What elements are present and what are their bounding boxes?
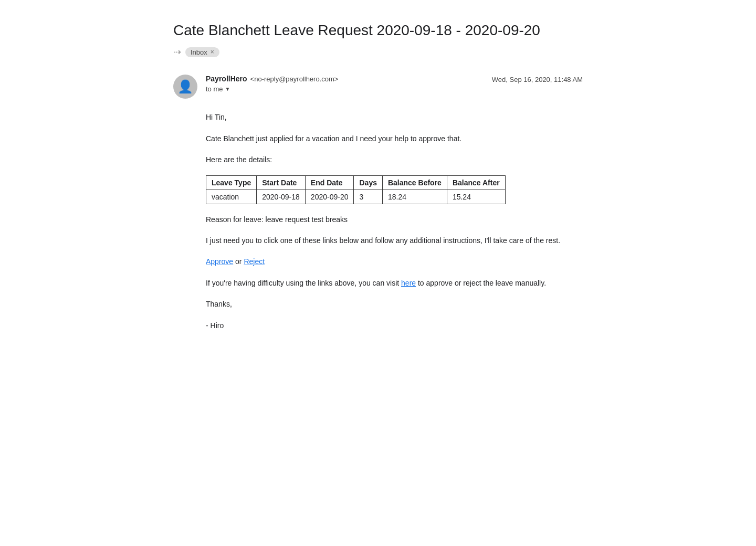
signature: - Hiro — [206, 320, 583, 331]
forward-icon: ⇢ — [173, 46, 181, 58]
col-balance-before: Balance Before — [382, 175, 447, 190]
details-label: Here are the details: — [206, 154, 583, 165]
to-label: to me — [206, 85, 223, 93]
inbox-label-text: Inbox — [191, 48, 207, 56]
col-end-date: End Date — [305, 175, 354, 190]
table-cell: 3 — [354, 190, 382, 204]
table-row: vacation2020-09-182020-09-20318.2415.24 — [206, 190, 506, 204]
table-cell: 15.24 — [447, 190, 505, 204]
here-link[interactable]: here — [401, 279, 416, 287]
email-date: Wed, Sep 16, 2020, 11:48 AM — [492, 76, 583, 83]
leave-table: Leave Type Start Date End Date Days Bala… — [206, 175, 506, 204]
reason-paragraph: Reason for leave: leave request test bre… — [206, 214, 583, 225]
avatar-icon: 👤 — [177, 79, 193, 94]
label-close-button[interactable]: × — [211, 49, 214, 55]
col-balance-after: Balance After — [447, 175, 505, 190]
col-days: Days — [354, 175, 382, 190]
sender-email: <no-reply@payrollhero.com> — [250, 75, 339, 83]
email-body: Hi Tin, Cate Blanchett just applied for … — [173, 111, 583, 331]
table-cell: 2020-09-20 — [305, 190, 354, 204]
email-labels: ⇢ Inbox × — [173, 46, 583, 58]
thanks: Thanks, — [206, 298, 583, 310]
table-cell: vacation — [206, 190, 257, 204]
sender-section: 👤 PayrollHero <no-reply@payrollhero.com>… — [173, 75, 338, 99]
table-header-row: Leave Type Start Date End Date Days Bala… — [206, 175, 506, 190]
action-links: Approve or Reject — [206, 256, 583, 267]
avatar: 👤 — [173, 75, 197, 99]
difficulty-text-after: to approve or reject the leave manually. — [416, 279, 546, 287]
table-cell: 18.24 — [382, 190, 447, 204]
email-subject: Cate Blanchett Leave Request 2020-09-18 … — [173, 21, 583, 40]
col-leave-type: Leave Type — [206, 175, 257, 190]
chevron-down-icon: ▼ — [225, 86, 230, 92]
email-container: Cate Blanchett Leave Request 2020-09-18 … — [142, 0, 614, 362]
greeting: Hi Tin, — [206, 111, 583, 123]
instructions-paragraph: I just need you to click one of these li… — [206, 235, 583, 246]
table-cell: 2020-09-18 — [257, 190, 306, 204]
to-line[interactable]: to me ▼ — [206, 85, 338, 93]
sender-name-line: PayrollHero <no-reply@payrollhero.com> — [206, 75, 338, 83]
or-text: or — [233, 257, 244, 266]
sender-name: PayrollHero — [206, 75, 247, 83]
reject-link[interactable]: Reject — [244, 257, 265, 266]
sender-info: PayrollHero <no-reply@payrollhero.com> t… — [206, 75, 338, 93]
approve-link[interactable]: Approve — [206, 257, 233, 266]
difficulty-paragraph: If you're having difficulty using the li… — [206, 277, 583, 289]
difficulty-text-before: If you're having difficulty using the li… — [206, 279, 401, 287]
inbox-label-badge[interactable]: Inbox × — [185, 47, 219, 57]
email-header: 👤 PayrollHero <no-reply@payrollhero.com>… — [173, 75, 583, 99]
col-start-date: Start Date — [257, 175, 306, 190]
intro-paragraph: Cate Blanchett just applied for a vacati… — [206, 133, 583, 144]
